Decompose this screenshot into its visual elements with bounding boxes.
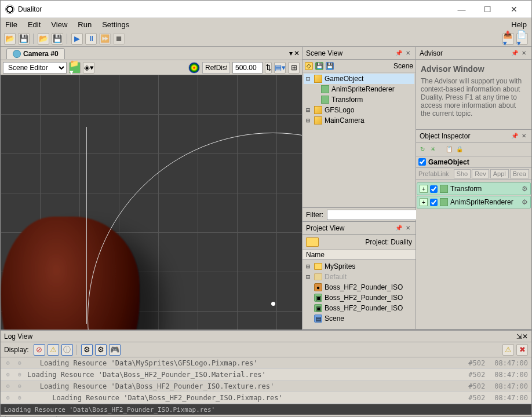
tree-item[interactable]: ▣Boss_HF2_Pounder_ISO xyxy=(304,292,414,303)
tree-item[interactable]: ▤Scene xyxy=(304,313,414,324)
play-icon[interactable]: ▶ xyxy=(71,33,83,45)
tree-node-logo[interactable]: ⊞GFSLogo xyxy=(304,105,414,115)
inspector-title: Object Inspector xyxy=(420,132,470,140)
game-filter-icon[interactable]: 🎮 xyxy=(109,344,121,356)
component-icon xyxy=(440,185,448,193)
panel-close-icon[interactable]: ✕ xyxy=(520,132,528,140)
folder-icon[interactable] xyxy=(306,237,319,247)
viewport[interactable] xyxy=(1,75,302,330)
gear-icon[interactable]: ⚙ xyxy=(522,185,528,193)
save2-icon[interactable]: 💾 xyxy=(326,62,334,70)
save-all-icon[interactable]: 💾 xyxy=(18,33,30,45)
advisor-text: The Advisor will support you with contex… xyxy=(421,77,527,118)
pause-on-error-icon[interactable]: ⚠ xyxy=(502,344,514,356)
show-button[interactable]: Sho xyxy=(454,169,471,178)
autohide-icon[interactable]: ⇲ xyxy=(516,332,522,341)
core-filter-icon[interactable]: ⚙ xyxy=(81,344,93,356)
project-view-title: Project View xyxy=(306,224,344,232)
tab-menu-icon[interactable]: ▾ xyxy=(289,49,293,57)
name-column-header[interactable]: Name xyxy=(303,250,416,260)
log-line[interactable]: ⚙⚙Loading Resource 'Data\Boss_HF2_Pounde… xyxy=(1,369,531,381)
component-enabled-checkbox[interactable] xyxy=(430,185,438,193)
tree-node-gameobject[interactable]: ⊟GameObject xyxy=(304,74,414,84)
project-tree[interactable]: ⊞MySprites ⊞Default ●Boss_HF2_Pounder_IS… xyxy=(303,260,416,325)
gizmo-handle[interactable] xyxy=(271,302,275,306)
log-line[interactable]: ⚙⚙ Loading Resource 'Data\Boss_HF2_Pound… xyxy=(1,381,531,392)
gear-icon: ⚙ xyxy=(16,382,24,390)
gear-icon[interactable]: ⚙ xyxy=(522,198,528,206)
tree-item[interactable]: ⊞MySprites xyxy=(304,261,414,272)
save-icon[interactable]: 💾 xyxy=(315,62,323,70)
menu-help[interactable]: Help xyxy=(511,20,527,29)
log-line[interactable]: ⚙⚙ Loading Resource 'Data\Boss_HF2_Pound… xyxy=(1,392,531,404)
tree-item[interactable]: ⊞Default xyxy=(304,272,414,282)
tree-item[interactable]: ▣Boss_HF2_Pounder_ISO xyxy=(304,303,414,313)
component-enabled-checkbox[interactable] xyxy=(430,199,438,206)
spinner-icon[interactable]: ⇅ xyxy=(265,62,272,74)
lock-icon[interactable]: 🔒 xyxy=(456,145,464,153)
component-transform[interactable]: + Transform ⚙ xyxy=(417,182,531,195)
info-filter-icon[interactable]: ⓘ xyxy=(61,344,73,356)
tree-node-anim[interactable]: AnimSpriteRenderer xyxy=(304,84,414,94)
stop-icon[interactable]: ⏹ xyxy=(113,33,125,45)
log-list[interactable]: ⚙⚙ Loading Resource 'Data\MySprites\GFSL… xyxy=(1,357,531,404)
menu-view[interactable]: View xyxy=(51,20,67,29)
folder-icon[interactable]: 📁▾ xyxy=(69,62,81,74)
expand-icon[interactable]: + xyxy=(420,198,428,206)
inspector-panel: Object Inspector 📌 ✕ ↻ ✳ 📋 🔒 GameObject … xyxy=(416,130,531,330)
panel-close-icon[interactable]: ✕ xyxy=(404,49,412,57)
gear-icon: ⚙ xyxy=(4,382,12,390)
tree-item[interactable]: ●Boss_HF2_Pounder_ISO xyxy=(304,282,414,292)
filter-input[interactable] xyxy=(327,210,426,220)
new-object-icon[interactable]: ◇ xyxy=(305,62,313,70)
close-button[interactable]: ✕ xyxy=(501,1,527,17)
layers-icon[interactable]: ▤▾ xyxy=(274,62,286,74)
camera-tab[interactable]: Camera #0 xyxy=(6,48,65,59)
minimize-button[interactable]: — xyxy=(449,1,475,17)
clear-log-icon[interactable]: ✖ xyxy=(516,344,528,356)
scene-tree[interactable]: ⊟GameObject AnimSpriteRenderer Transform… xyxy=(303,72,416,127)
pin-icon[interactable]: 📌 xyxy=(395,224,403,232)
error-filter-icon[interactable]: ⊘ xyxy=(34,344,45,356)
tree-node-camera[interactable]: ⊞MainCamera xyxy=(304,115,414,126)
refdist-input[interactable] xyxy=(232,62,263,74)
menu-edit[interactable]: Edit xyxy=(28,20,41,29)
panel-close-icon[interactable]: ✕ xyxy=(520,49,528,57)
step-icon[interactable]: ⏩ xyxy=(99,33,111,45)
pin-icon[interactable]: 📌 xyxy=(511,49,519,57)
tree-node-transform[interactable]: Transform xyxy=(304,94,414,105)
publish-icon[interactable]: 📤▾ xyxy=(502,33,514,45)
component-anim[interactable]: + AnimSpriteRenderer ⚙ xyxy=(417,196,531,209)
expand-icon[interactable]: + xyxy=(420,185,428,193)
open-icon[interactable]: 📂 xyxy=(4,33,16,45)
settings-icon-dd[interactable]: 📄▾ xyxy=(516,33,528,45)
menu-settings[interactable]: Settings xyxy=(102,20,129,29)
color-wheel-icon[interactable] xyxy=(188,62,200,74)
menu-file[interactable]: File xyxy=(5,20,17,29)
pause-icon[interactable]: ⏸ xyxy=(85,33,97,45)
panel-close-icon[interactable]: ✕ xyxy=(522,332,528,341)
tab-close-icon[interactable]: ✕ xyxy=(294,49,300,57)
save-scene-icon[interactable]: 💾 xyxy=(52,33,63,45)
pin-icon[interactable]: 📌 xyxy=(511,132,519,140)
apply-button[interactable]: Appl xyxy=(490,169,509,178)
break-button[interactable]: Brea xyxy=(510,169,529,178)
gameobject-enabled-checkbox[interactable] xyxy=(418,158,426,166)
revert-button[interactable]: Rev xyxy=(472,169,489,178)
panel-close-icon[interactable]: ✕ xyxy=(404,224,412,232)
object-icon[interactable]: ◈▾ xyxy=(83,62,94,74)
snap-icon[interactable]: ⊞ xyxy=(288,62,300,74)
warning-filter-icon[interactable]: ⚠ xyxy=(48,344,59,356)
auto-icon[interactable]: ✳ xyxy=(429,145,437,153)
menu-run[interactable]: Run xyxy=(78,20,92,29)
log-status: Loading Resource 'Data\Boss_HF2_Pounder_… xyxy=(1,404,531,415)
copy-icon[interactable]: 📋 xyxy=(445,145,453,153)
editor-filter-icon[interactable]: ⚙ xyxy=(95,344,107,356)
open-scene-icon[interactable]: 📂 xyxy=(38,33,49,45)
refresh-icon[interactable]: ↻ xyxy=(418,145,427,153)
editor-mode-select[interactable]: Scene Editor xyxy=(3,62,67,74)
maximize-button[interactable]: ☐ xyxy=(475,1,501,17)
pin-icon[interactable]: 📌 xyxy=(395,49,403,57)
log-line[interactable]: ⚙⚙ Loading Resource 'Data\MySprites\GFSL… xyxy=(1,357,531,369)
gameobject-icon xyxy=(314,106,322,114)
